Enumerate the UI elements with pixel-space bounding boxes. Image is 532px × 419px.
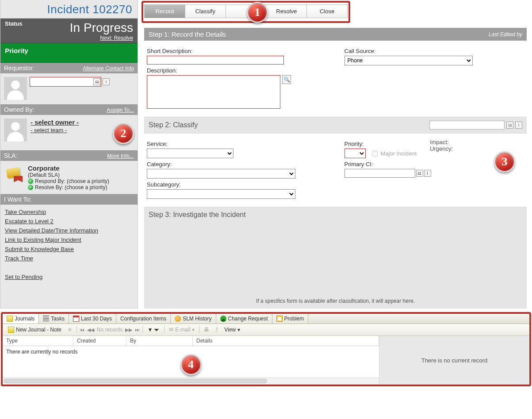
status-next-link[interactable]: Next: Resolve	[100, 35, 133, 41]
col-by[interactable]: By	[126, 336, 193, 346]
desc-textarea[interactable]	[147, 75, 280, 109]
avatar-icon	[4, 118, 27, 141]
sla-label: SLA:	[4, 152, 17, 159]
main-area: 1 Record Classify Investigate Resolve Cl…	[138, 0, 532, 309]
journal-icon	[8, 327, 14, 333]
category-select[interactable]	[147, 169, 295, 179]
callout-badge-3: 3	[494, 151, 515, 172]
ownedby-header: Owned By: Assign To...	[0, 104, 138, 115]
export-button[interactable]: ⤴	[214, 326, 220, 334]
bottom-toolbar: New Journal - Note ✕ ⏮ ◀◀ No records ▶▶ …	[3, 324, 529, 336]
journal-icon	[7, 316, 13, 322]
incident-title: Incident 102270	[0, 0, 138, 19]
sla-resolve: Resolve By: (choose a priority)	[35, 184, 107, 190]
iwant-link[interactable]: Take Ownership	[5, 207, 133, 217]
category-label: Category:	[147, 161, 327, 168]
desc-label: Description:	[147, 67, 327, 74]
change-icon	[220, 316, 226, 322]
select-team-link[interactable]: - select team -	[31, 127, 79, 133]
col-created[interactable]: Created	[73, 336, 126, 346]
status-value: In Progress	[5, 21, 133, 35]
horizontal-scrollbar[interactable]	[3, 377, 379, 385]
iwant-link[interactable]: View Detailed Date/Time Information	[5, 226, 133, 235]
select-owner-link[interactable]: - select owner -	[31, 118, 79, 126]
iwant-label: I Want To:	[4, 196, 31, 203]
tab-changereq[interactable]: Change Request	[216, 314, 272, 324]
view-menu[interactable]: View ▾	[222, 326, 242, 334]
callsource-label: Call Source:	[344, 48, 524, 54]
requestor-header: Requestor: Alternate Contact Info	[0, 63, 138, 73]
requestor-body: 🗂 i	[0, 73, 138, 104]
tab-tasks[interactable]: Tasks	[39, 314, 69, 324]
filter-button[interactable]: ▼⏷	[145, 325, 161, 334]
shortdesc-input[interactable]	[147, 56, 284, 65]
col-details[interactable]: Details	[193, 336, 379, 346]
print-button[interactable]: 🖶	[202, 326, 211, 334]
major-checkbox-input[interactable]	[372, 151, 378, 156]
sla-scroll-icon	[4, 164, 24, 183]
tab-problem[interactable]: Problem	[272, 314, 309, 324]
avatar-icon	[4, 77, 27, 100]
zoom-icon[interactable]: 🔍	[282, 75, 291, 84]
bottom-preview-pane: There is no current record	[379, 336, 529, 385]
assign-to-link[interactable]: Assign To...	[107, 107, 134, 113]
ownedby-label: Owned By:	[4, 106, 34, 113]
priority-select[interactable]	[344, 149, 366, 158]
callsource-select[interactable]: Phone	[344, 56, 473, 65]
bottom-grid-body: There are currently no records 4	[3, 346, 379, 377]
status-dot-icon: ✔	[28, 179, 33, 184]
service-select[interactable]	[147, 149, 233, 158]
iwant-link[interactable]: Submit to Knowledge Base	[5, 244, 133, 254]
nav-first-icon[interactable]: ⏮	[80, 327, 84, 332]
tasks-icon	[43, 316, 49, 322]
email-button[interactable]: ✉ E-mail ▾	[167, 326, 196, 334]
primaryci-input[interactable]	[344, 169, 415, 178]
tab-close[interactable]: Close	[307, 5, 347, 18]
tab-journals[interactable]: Journals	[3, 314, 39, 324]
step2-search-input[interactable]	[429, 121, 505, 130]
tab-record[interactable]: Record	[145, 5, 185, 18]
iwant-header: I Want To:	[0, 194, 138, 205]
nav-last-icon[interactable]: ⏭	[135, 327, 140, 332]
sla-moreinfo-link[interactable]: More Info...	[107, 153, 134, 159]
sla-name: Corporate	[28, 164, 109, 172]
step2-title: Step 2: Classify	[149, 121, 198, 129]
subcategory-label: Subcategory:	[147, 181, 327, 188]
nav-prev-icon[interactable]: ◀◀	[87, 327, 94, 333]
tab-classify[interactable]: Classify	[185, 5, 226, 18]
iwant-link[interactable]: Escalate to Level 2	[5, 217, 133, 226]
step2-info-icon[interactable]: i	[515, 122, 522, 129]
bottom-tabstrip: Journals Tasks Last 30 Days Configuratio…	[3, 314, 529, 324]
tab-last30[interactable]: Last 30 Days	[69, 314, 116, 324]
new-journal-button[interactable]: New Journal - Note	[6, 326, 63, 334]
step2-bar: Step 2: Classify 🗂 i	[144, 117, 527, 133]
requestor-lookup-icon[interactable]: 🗂	[93, 78, 100, 85]
status-dot-icon: ✔	[28, 185, 33, 190]
no-current-record: There is no current record	[421, 357, 488, 364]
tab-slm[interactable]: SLM History	[171, 314, 216, 324]
tab-ci[interactable]: Configuration Items	[116, 314, 171, 324]
sla-body: Corporate (Default SLA) ✔Respond By: (ch…	[0, 161, 138, 194]
delete-button[interactable]: ✕	[66, 326, 74, 334]
step2-lookup-icon[interactable]: 🗂	[506, 122, 513, 129]
requestor-info-icon[interactable]: i	[103, 78, 110, 85]
sla-header: SLA: More Info...	[0, 150, 138, 161]
bottom-panel: Journals Tasks Last 30 Days Configuratio…	[1, 312, 531, 386]
step1-lastedited: Last Edited by	[489, 31, 522, 38]
nav-next-icon[interactable]: ▶▶	[125, 327, 132, 333]
subcategory-select[interactable]	[147, 189, 295, 199]
callout-badge-2: 2	[113, 123, 134, 144]
tab-resolve[interactable]: Resolve	[266, 5, 307, 18]
callout-badge-1: 1	[247, 2, 268, 23]
iwant-link[interactable]: Track Time	[5, 254, 133, 263]
priority-label: Priority:	[344, 141, 417, 147]
alt-contact-link[interactable]: Alternate Contact Info	[83, 65, 134, 72]
primaryci-info-icon[interactable]: i	[424, 170, 431, 177]
major-incident-checkbox[interactable]: Major Incident	[370, 149, 417, 158]
primaryci-lookup-icon[interactable]: 🗂	[416, 170, 423, 177]
requestor-input[interactable]	[31, 78, 92, 86]
step-tabs: Record Classify Investigate Resolve Clos…	[144, 4, 348, 18]
iwant-link[interactable]: Link to Existing Major Incident	[5, 235, 133, 244]
col-type[interactable]: Type	[3, 336, 73, 346]
set-pending-link[interactable]: Set to Pending	[5, 274, 42, 280]
